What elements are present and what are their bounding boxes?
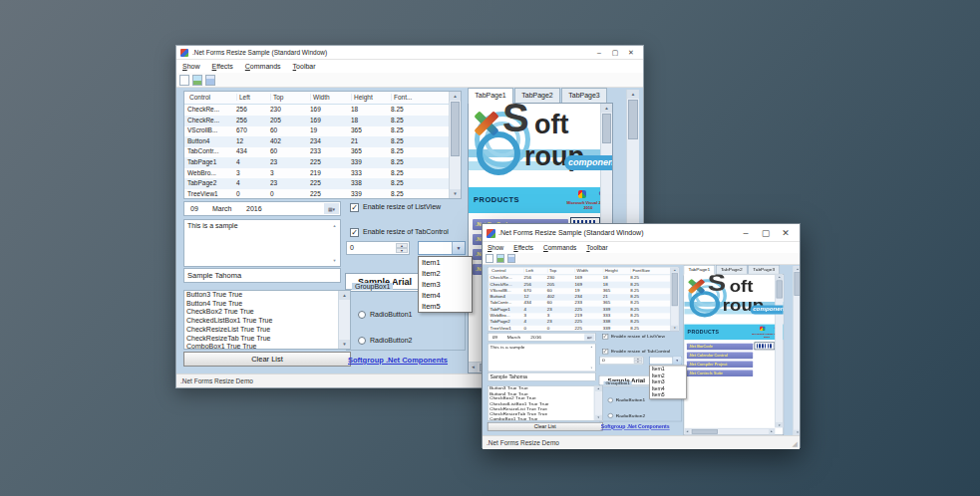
scroll-thumb[interactable] [628,100,638,139]
scroll-thumb[interactable] [795,272,800,296]
checkbox-listview-label[interactable]: Enable resize of ListView [611,334,665,338]
date-picker[interactable]: 09 March 2016 ▦▾ [183,201,341,216]
product-link[interactable]: .Net Calendar Control [687,353,753,360]
new-document-icon[interactable] [486,254,493,263]
dropdown-item[interactable]: Item5 [419,301,472,312]
scroll-up-icon[interactable]: ▲ [794,266,800,271]
scroll-up-icon[interactable]: ▲ [776,275,784,280]
listbox-scrollbar[interactable]: ▲ ▼ [338,291,350,349]
menu-commands[interactable]: Commands [239,63,287,70]
scroll-down-icon[interactable]: ▼ [588,366,594,371]
new-document-icon[interactable] [179,75,189,86]
minimize-button[interactable]: – [591,49,607,56]
checkbox-tabcontrol[interactable]: ✓ [602,349,608,354]
vscrollbar-control[interactable]: ▲ ▼ [793,266,800,435]
radio-button-1-label[interactable]: RadioButton1 [370,311,412,318]
list-item[interactable]: CheckResizeTab True True [184,335,350,344]
numeric-updown[interactable]: 0 ▲ ▼ [346,241,410,255]
scroll-down-icon[interactable]: ▼ [330,256,339,265]
radio-button-1[interactable] [608,398,614,403]
col-control[interactable]: Control [490,269,506,273]
scroll-up-icon[interactable]: ▲ [330,221,339,230]
spin-down-icon[interactable]: ▼ [396,248,408,253]
log-listbox[interactable]: Button3 True True Button4 True True Chec… [488,385,603,421]
image-icon[interactable] [496,254,504,263]
spin-down-icon[interactable]: ▼ [634,361,642,364]
maximize-button[interactable]: ▢ [607,49,623,57]
list-item[interactable]: CheckResizeList True True [184,326,350,335]
col-left[interactable]: Left [523,269,533,273]
table-row[interactable]: VScrollB...67060193658.25 [184,125,449,136]
list-item[interactable]: ComboBox1 True True [184,343,350,350]
scroll-down-icon[interactable]: ▼ [776,422,784,427]
radio-button-2[interactable] [608,413,614,418]
dropdown-item[interactable]: Item4 [419,290,472,301]
menu-toolbar[interactable]: Toolbar [287,63,322,70]
table-row[interactable]: Button412402234218.25 [184,136,449,147]
titlebar[interactable]: .Net Forms Resize Sample (Standard Windo… [176,46,643,60]
table-row[interactable]: TabContr...434602333658.25 [184,146,449,157]
menu-toolbar[interactable]: Toolbar [581,244,612,251]
scroll-right-icon[interactable]: ► [769,428,775,434]
radio-button-1[interactable] [358,311,366,319]
table-row[interactable]: WebBro...332193338.25 [184,168,449,179]
minimize-button[interactable]: – [736,228,756,238]
softgroup-link[interactable]: Softgroup .Net Components [348,356,448,365]
tahoma-textbox[interactable]: Sample Tahoma [183,268,341,283]
listview-scrollbar[interactable]: ▲ ▼ [670,267,678,331]
tab-page2[interactable]: TabPage2 [514,88,560,103]
clear-list-button[interactable]: Clear List [183,352,351,367]
dropdown-item[interactable]: Item5 [650,392,687,399]
tab-page2[interactable]: TabPage2 [716,265,748,274]
scroll-up-icon[interactable]: ▲ [339,291,350,300]
radio-button-2-label[interactable]: RadioButton2 [616,413,645,417]
listview[interactable]: Control Left Top Width Height Font... Ch… [183,91,462,199]
scroll-thumb[interactable] [451,102,460,156]
checkbox-tabcontrol-label[interactable]: Enable resize of TabControl [611,349,670,353]
dropdown-item[interactable]: Item2 [419,268,472,279]
titlebar[interactable]: .Net Forms Resize Sample (Standard Windo… [483,224,800,242]
scroll-down-icon[interactable]: ▼ [671,326,679,331]
listview[interactable]: Control Left Top Width Height FontSize C… [488,267,680,332]
scroll-down-icon[interactable]: ▼ [594,415,602,420]
combobox[interactable]: ▼ [649,357,682,365]
scroll-left-icon[interactable]: ◄ [469,363,478,372]
scroll-up-icon[interactable]: ▲ [588,345,594,350]
tahoma-textbox[interactable]: Sample Tahoma [488,372,596,381]
tab-page3[interactable]: TabPage3 [748,265,780,274]
dropdown-item[interactable]: Item3 [419,279,472,290]
list-item[interactable]: CheckedListBox1 True True [184,317,350,326]
checkbox-listview[interactable]: ✓ [350,203,359,212]
menu-effects[interactable]: Effects [206,63,239,70]
browser-hscrollbar[interactable]: ◄ ► [684,428,775,435]
checkbox-listview[interactable]: ✓ [602,334,608,339]
col-left[interactable]: Left [236,94,250,101]
scroll-up-icon[interactable]: ▲ [627,90,639,99]
clear-list-button[interactable]: Clear List [488,422,603,431]
sample-textarea[interactable]: This is a sample ▲ ▼ [488,344,596,372]
listview-scrollbar[interactable]: ▲ ▼ [449,92,461,198]
close-button[interactable]: ✕ [623,49,639,57]
tab-page1[interactable]: TabPage1 [468,88,513,104]
table-row[interactable]: TabPage14232253398.25 [184,157,449,168]
chevron-down-icon[interactable]: ▼ [452,242,465,254]
menu-commands[interactable]: Commands [538,244,581,251]
product-link[interactable]: .Net Controls Suite [687,370,753,376]
table-row[interactable]: CheckRe...256205169188.25 [184,116,449,126]
browser-scrollbar[interactable]: ▲ ▼ [775,275,783,428]
list-item[interactable]: CheckBox2 True True [184,308,350,317]
scroll-thumb[interactable] [602,114,611,143]
col-width[interactable]: Width [310,94,330,101]
scroll-down-icon[interactable]: ▼ [339,340,350,349]
col-top[interactable]: Top [270,94,283,101]
maximize-button[interactable]: ▢ [756,228,776,238]
scroll-down-icon[interactable]: ▼ [450,189,461,198]
scroll-up-icon[interactable]: ▲ [601,104,612,113]
close-button[interactable]: ✕ [776,228,796,238]
checkbox-tabcontrol-label[interactable]: Enable resize of TabControl [363,228,449,235]
product-link[interactable]: .Net BarCode [687,344,753,351]
list-item[interactable]: Button4 True True [184,300,350,309]
menu-show[interactable]: Show [176,63,206,70]
scroll-thumb[interactable] [692,429,718,434]
col-control[interactable]: Control [187,94,210,101]
